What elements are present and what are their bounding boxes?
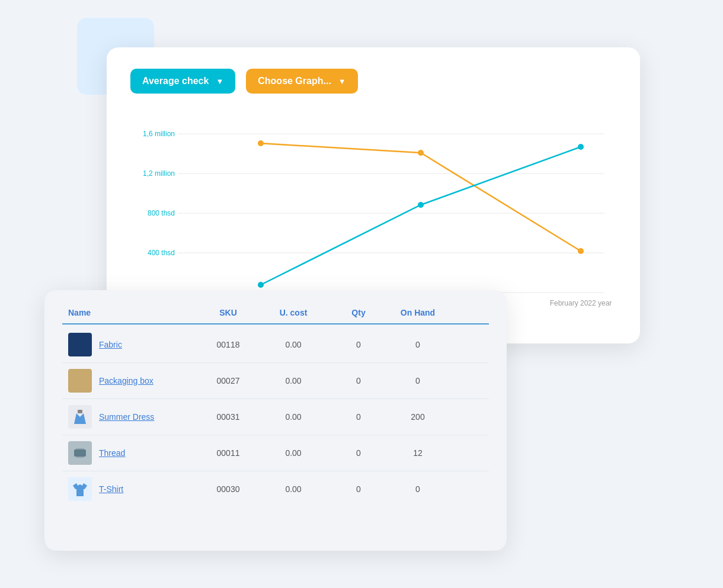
item-link-thread[interactable]: Thread xyxy=(99,448,125,458)
table-row: T-Shirt 00030 0.00 0 0 xyxy=(62,471,489,507)
tshirt-icon xyxy=(72,481,88,497)
x-label-3: February 2022 year xyxy=(550,299,612,307)
item-icon-packaging xyxy=(68,369,92,393)
orange-dot-3 xyxy=(578,248,584,254)
table-row: Packaging box 00027 0.00 0 0 xyxy=(62,363,489,399)
name-cell-tshirt: T-Shirt xyxy=(68,477,199,501)
onhand-dress: 200 xyxy=(388,412,447,422)
col-header-qty: Qty xyxy=(329,308,388,317)
ucost-tshirt: 0.00 xyxy=(258,484,329,494)
cyan-dot-2 xyxy=(418,202,424,208)
table-header: Name SKU U. cost Qty On Hand xyxy=(62,308,489,324)
svg-rect-0 xyxy=(78,410,82,413)
name-cell-fabric: Fabric xyxy=(68,333,199,356)
sku-tshirt: 00030 xyxy=(199,484,258,494)
ucost-fabric: 0.00 xyxy=(258,340,329,349)
qty-thread: 0 xyxy=(329,448,388,458)
cyan-line xyxy=(261,147,581,285)
svg-rect-3 xyxy=(76,448,84,449)
col-header-ucost: U. cost xyxy=(258,308,329,317)
onhand-tshirt: 0 xyxy=(388,484,447,494)
ucost-thread: 0.00 xyxy=(258,448,329,458)
onhand-packaging: 0 xyxy=(388,376,447,385)
name-cell-thread: Thread xyxy=(68,441,199,465)
svg-marker-1 xyxy=(74,413,86,424)
item-link-fabric[interactable]: Fabric xyxy=(99,340,122,349)
average-check-dropdown[interactable]: Average check ▼ xyxy=(130,69,235,94)
qty-packaging: 0 xyxy=(329,376,388,385)
y-label-4: 400 thsd xyxy=(148,249,175,257)
svg-rect-2 xyxy=(74,449,86,457)
orange-dot-1 xyxy=(258,140,264,146)
average-check-label: Average check xyxy=(142,76,209,86)
sku-thread: 00011 xyxy=(199,448,258,458)
table-row: Thread 00011 0.00 0 12 xyxy=(62,435,489,471)
onhand-thread: 12 xyxy=(388,448,447,458)
qty-dress: 0 xyxy=(329,412,388,422)
thread-icon xyxy=(72,445,88,461)
orange-line xyxy=(261,143,581,251)
col-header-sku: SKU xyxy=(199,308,258,317)
table-card: Name SKU U. cost Qty On Hand Fabric 0011… xyxy=(44,290,507,551)
dress-icon xyxy=(72,409,88,425)
sku-fabric: 00118 xyxy=(199,340,258,349)
item-link-packaging[interactable]: Packaging box xyxy=(99,376,153,385)
y-label-2: 1,2 million xyxy=(143,169,175,178)
cyan-dot-1 xyxy=(258,282,264,288)
item-link-tshirt[interactable]: T-Shirt xyxy=(99,484,123,494)
sku-packaging: 00027 xyxy=(199,376,258,385)
chevron-down-icon: ▼ xyxy=(216,77,223,86)
table-row: Fabric 00118 0.00 0 0 xyxy=(62,327,489,363)
dropdown-row: Average check ▼ Choose Graph... ▼ xyxy=(130,69,616,94)
choose-graph-dropdown[interactable]: Choose Graph... ▼ xyxy=(246,69,357,94)
ucost-packaging: 0.00 xyxy=(258,376,329,385)
name-cell-packaging: Packaging box xyxy=(68,369,199,393)
ucost-dress: 0.00 xyxy=(258,412,329,422)
svg-marker-5 xyxy=(73,483,87,496)
y-label-1: 1,6 million xyxy=(143,130,175,138)
item-icon-fabric xyxy=(68,333,92,356)
col-header-onhand: On Hand xyxy=(388,308,447,317)
y-label-3: 800 thsd xyxy=(148,209,175,217)
name-cell-dress: Summer Dress xyxy=(68,405,199,429)
item-icon-tshirt xyxy=(68,477,92,501)
col-header-name: Name xyxy=(68,308,199,317)
orange-dot-2 xyxy=(418,150,424,156)
cyan-dot-3 xyxy=(578,144,584,150)
svg-rect-4 xyxy=(76,457,84,458)
item-link-dress[interactable]: Summer Dress xyxy=(99,412,154,422)
table-row: Summer Dress 00031 0.00 0 200 xyxy=(62,399,489,435)
onhand-fabric: 0 xyxy=(388,340,447,349)
qty-fabric: 0 xyxy=(329,340,388,349)
item-icon-dress xyxy=(68,405,92,429)
choose-graph-label: Choose Graph... xyxy=(258,76,331,86)
item-icon-thread xyxy=(68,441,92,465)
sku-dress: 00031 xyxy=(199,412,258,422)
qty-tshirt: 0 xyxy=(329,484,388,494)
chevron-down-icon-2: ▼ xyxy=(338,77,346,86)
